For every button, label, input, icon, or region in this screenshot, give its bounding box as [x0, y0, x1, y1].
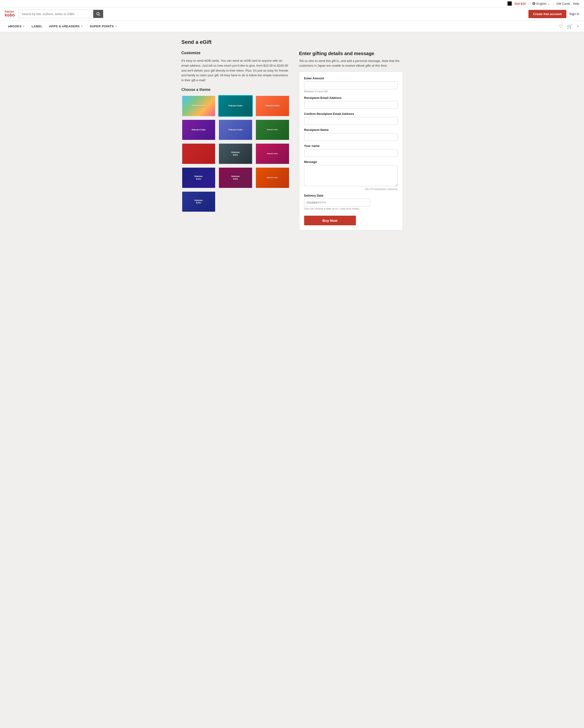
theme-logo-teal: Rakuten kobo	[229, 105, 243, 107]
buy-now-button[interactable]: Buy Now	[304, 216, 356, 225]
theme-logo-rainbow: Rakuten kobo	[192, 105, 206, 107]
logo[interactable]: Rakuten kobo	[5, 10, 15, 18]
theme-card-heart[interactable]: Rakutenkobo	[218, 167, 253, 189]
theme-card-orange[interactable]: Rakuten kobo	[255, 95, 290, 117]
svg-point-3	[97, 12, 99, 15]
cart-chevron-icon[interactable]: ▼	[577, 25, 579, 28]
cart-icon[interactable]: 🛒	[567, 24, 573, 29]
header-right: Create free account Sign in	[528, 10, 579, 18]
page-title: Send a eGift	[182, 39, 403, 45]
lang-chevron-icon: ⌄	[547, 2, 550, 5]
create-account-button[interactable]: Create free account	[528, 10, 566, 18]
wishlist-icon[interactable]: ♡	[559, 24, 563, 29]
theme-card-purple[interactable]: Rakuten kobo	[182, 119, 216, 141]
delivery-date-input[interactable]	[304, 199, 370, 207]
nav-label[interactable]: LABEL	[28, 21, 46, 32]
message-hint: (0) 270 characters minimum	[304, 188, 398, 190]
customize-title: Customize	[182, 51, 290, 55]
nav-apps-label: APPS & eREADERS	[49, 25, 80, 28]
amount-group: Enter Amount Between 10 and 100	[304, 77, 398, 93]
theme-card-xmas[interactable]: Rakuten kobo	[255, 119, 290, 141]
recipient-name-input[interactable]	[304, 133, 398, 141]
theme-logo-xmas: Rakuten kobo	[267, 129, 278, 131]
amount-label: Enter Amount	[304, 77, 398, 80]
recipient-email-label: Receipient Email Address	[304, 96, 398, 100]
confirm-email-label: Confirm Receipient Email Address	[304, 112, 398, 115]
theme-logo-flowers: Rakuten kobo	[267, 177, 278, 179]
header: Rakuten kobo Create free account Sign in	[0, 7, 584, 21]
theme-card-rainbow[interactable]: Rakuten kobo	[182, 95, 216, 117]
nav-icons: ♡ 🛒 ▼	[559, 24, 579, 29]
theme-card-lights[interactable]: Rakutenkobo	[182, 167, 216, 189]
theme-card-gift[interactable]	[182, 143, 216, 164]
amount-input[interactable]	[304, 81, 398, 89]
theme-logo-birthday: Rakuten kobo	[229, 129, 243, 131]
form-section-title: Enter gifting details and message	[299, 51, 403, 56]
nav-apps[interactable]: APPS & eREADERS ▼	[46, 21, 86, 32]
message-label: Message	[304, 160, 398, 164]
theme-logo-confetti: Rakutenkobo	[194, 199, 203, 204]
theme-card-plush[interactable]: Rakuten kobo	[255, 143, 290, 164]
form-description: Tell us who to send this gift to, and ad…	[299, 59, 403, 68]
two-column-layout: Customize It's easy to send eGift cards.…	[182, 51, 403, 230]
theme-logo-lights: Rakutenkobo	[194, 175, 203, 180]
signin-button[interactable]: Sign in	[569, 12, 579, 16]
search-icon	[96, 12, 100, 16]
black-square-icon	[507, 1, 512, 6]
delivery-date-group: Delivery Date (You can choose a date up …	[304, 194, 398, 210]
confirm-email-input[interactable]	[304, 117, 398, 125]
language-selector[interactable]: English ⌄	[532, 2, 550, 5]
search-input[interactable]	[19, 10, 93, 18]
theme-logo-heart: Rakutenkobo	[231, 175, 240, 180]
recipient-name-label: Receipient Name	[304, 128, 398, 132]
message-group: Message (0) 270 characters minimum	[304, 160, 398, 190]
get10-link[interactable]: Get $10	[514, 2, 526, 5]
globe-icon	[532, 2, 535, 5]
help-link[interactable]: Help	[573, 2, 579, 5]
main-content: Send a eGift Customize It's easy to send…	[177, 32, 407, 237]
recipient-email-input[interactable]	[304, 101, 398, 109]
divider: |	[528, 2, 529, 5]
lang-label: English	[536, 2, 547, 5]
giftcards-link[interactable]: Gift Cards	[556, 2, 570, 5]
theme-logo-purple: Rakuten kobo	[192, 129, 206, 131]
nav-ebooks[interactable]: eBOOKS ▼	[5, 21, 28, 32]
theme-logo-orange: Rakuten kobo	[265, 105, 280, 107]
nav-superpoints-label: SUPER POINTS	[90, 25, 114, 28]
theme-grid: Rakuten kobo Rakuten kobo Rakuten kobo	[182, 95, 290, 212]
delivery-date-label: Delivery Date	[304, 194, 398, 197]
theme-card-flowers[interactable]: Rakuten kobo	[255, 167, 290, 189]
svg-line-4	[99, 15, 100, 16]
theme-card-birthday[interactable]: Rakuten kobo	[218, 119, 253, 141]
search-bar	[19, 10, 103, 18]
nav-superpoints-chevron: ▼	[115, 25, 117, 28]
theme-card-teal[interactable]: Rakuten kobo	[218, 95, 253, 117]
your-name-input[interactable]	[304, 149, 398, 157]
confirm-email-group: Confirm Receipient Email Address	[304, 112, 398, 125]
nav-ebooks-chevron: ▼	[23, 25, 25, 28]
card-decor-gift	[182, 144, 215, 164]
choose-theme-title: Choose a theme	[182, 87, 290, 92]
message-textarea[interactable]	[304, 165, 398, 186]
theme-logo-plush: Rakuten kobo	[267, 153, 278, 155]
right-column: Enter gifting details and message Tell u…	[299, 51, 403, 230]
theme-card-confetti[interactable]: Rakutenkobo	[182, 191, 216, 213]
nav-ebooks-label: eBOOKS	[8, 25, 22, 28]
theme-card-winter[interactable]: Rakutenkobo	[218, 143, 253, 164]
logo-kobo: kobo	[5, 13, 15, 18]
navigation: eBOOKS ▼ LABEL APPS & eREADERS ▼ SUPER P…	[0, 21, 584, 32]
your-name-group: Your name	[304, 144, 398, 157]
theme-logo-winter: Rakutenkobo	[231, 151, 240, 156]
top-bar: Get $10 | English ⌄ | Gift Cards Help	[0, 0, 584, 7]
customize-description: It's easy to send eGift cards. You can s…	[182, 58, 290, 83]
nav-label-text: LABEL	[31, 25, 43, 28]
divider2: |	[553, 2, 553, 5]
recipient-name-group: Receipient Name	[304, 128, 398, 141]
delivery-date-hint: (You can choose a date up to 1 year from…	[304, 207, 398, 210]
amount-hint: Between 10 and 100	[304, 90, 398, 93]
gift-form-panel: Enter Amount Between 10 and 100 Receipie…	[299, 72, 403, 230]
nav-apps-chevron: ▼	[80, 25, 83, 28]
left-column: Customize It's easy to send eGift cards.…	[182, 51, 290, 212]
nav-superpoints[interactable]: SUPER POINTS ▼	[86, 21, 121, 32]
search-button[interactable]	[93, 10, 103, 18]
